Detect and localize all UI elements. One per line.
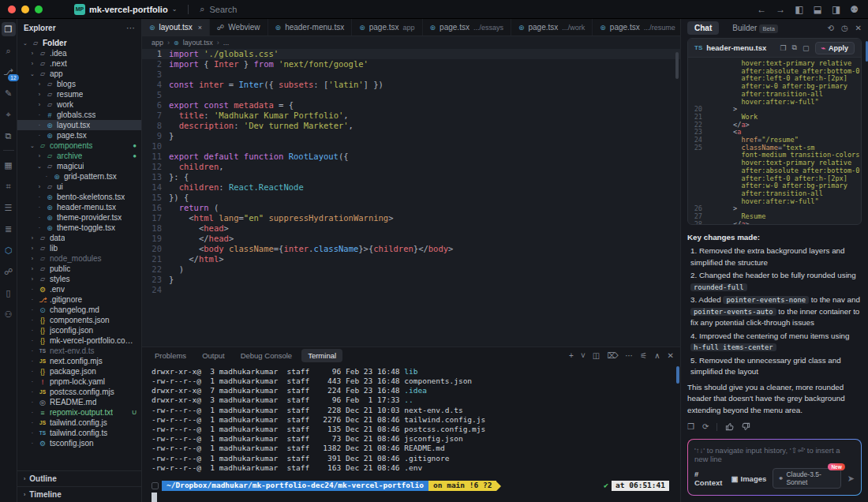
restore-checkpoint-icon[interactable]: ⟲ [827,24,833,32]
minimize-window-button[interactable] [21,6,29,13]
split-terminal-icon[interactable]: ◫ [593,351,600,360]
create-file-icon[interactable]: ▢ [803,44,810,52]
tree-item[interactable]: ·⊛theme-provider.tsx [17,212,141,223]
tree-item[interactable]: ›▱archive● [17,151,141,161]
editor-tab[interactable]: ⊛page.tsxapp [352,19,422,36]
tree-item[interactable]: ›▱styles [17,274,141,284]
devices-icon[interactable]: ▯ [2,286,16,300]
extensions-icon[interactable]: ▦ [2,158,16,172]
tree-item[interactable]: ›▱work [17,99,141,110]
editor-scrollbar[interactable] [675,52,679,79]
tree-item[interactable]: ·⊛page.tsx [17,130,141,140]
panel-tab-debug-console[interactable]: Debug Console [234,349,299,362]
tree-item[interactable]: ⌄▱magicui [17,161,141,171]
panel-tab-problems[interactable]: Problems [148,349,193,362]
new-terminal-icon[interactable]: + [569,351,574,360]
flow-icon[interactable]: ☍ [2,264,16,279]
chat-input[interactable]: '↑↓' to navigate input history, '⇧⏎' to … [687,439,862,496]
editor-tab[interactable]: ⊛header-menu.tsx [268,19,353,36]
tree-item[interactable]: ⌄▱Folder [17,38,141,48]
tree-item[interactable]: ·⊛grid-pattern.tsx [17,171,141,182]
insert-code-icon[interactable]: ⧉ [792,43,797,52]
toggle-right-panel-icon[interactable]: ◨ [832,4,840,15]
sidebar-section-timeline[interactable]: ›Timeline [17,486,141,502]
tree-item[interactable]: ›▱resume [17,89,141,99]
tree-item[interactable]: ·≡repomix-output.txtU [17,407,141,418]
thumbs-up-icon[interactable] [725,422,734,431]
tree-item[interactable]: ·!pnpm-lock.yaml [17,376,141,387]
tree-item[interactable]: ·JSpostcss.config.mjs [17,387,141,397]
send-button[interactable]: ➤ [847,474,855,484]
more-icon[interactable]: ⋯ [625,351,633,360]
debug-icon[interactable]: ⌖ [2,107,16,122]
thumbs-down-icon[interactable] [742,422,750,431]
tree-item[interactable]: ›▱ui [17,182,141,192]
tree-item[interactable]: ›▱.next [17,58,141,69]
close-chat-icon[interactable]: ✕ [855,24,862,32]
editor-tab[interactable]: ☍Webview [210,19,268,36]
terminal-output[interactable]: drwxr-xr-x@ 3 madhukarkumar staff 96 Feb… [142,365,680,502]
terminal-scrollbar[interactable] [676,366,679,384]
tree-item[interactable]: ·{}mk-vercel-portfolio.code-worksp... [17,335,141,346]
tree-item[interactable]: ·JSnext.config.mjs [17,356,141,366]
tree-item[interactable]: ·#globals.css [17,110,141,120]
tree-item[interactable]: ·⎇.gitignore [17,294,141,305]
tree-item[interactable]: ·JStailwind.config.js [17,418,141,428]
editor-tab[interactable]: ⊛page.tsx.../resume [593,19,683,36]
apply-button[interactable]: ⌁ Apply [815,42,855,54]
maximize-panel-icon[interactable]: ∧ [654,351,660,360]
tree-item[interactable]: ⌄▱components● [17,140,141,151]
zoom-window-button[interactable] [35,6,43,13]
panel-tab-terminal[interactable]: Terminal [301,349,342,362]
toggle-bottom-panel-icon[interactable]: ⬓ [814,4,822,15]
breadcrumb-part[interactable]: ... [223,39,230,47]
context-button[interactable]: # Context [694,470,725,487]
account-icon[interactable]: ⚉ [850,4,859,15]
tree-item[interactable]: ›▱node_modules [17,253,141,264]
search-icon[interactable]: ⌕ [2,43,16,58]
tree-item[interactable]: ›▱lib [17,243,141,253]
tree-item[interactable]: ·TStailwind.config.ts [17,428,141,438]
tree-item[interactable]: ·⊛layout.tsx [17,120,141,130]
copy-code-icon[interactable]: ❐ [780,44,787,52]
tree-item[interactable]: ·{}jsconfig.json [17,325,141,335]
source-control-icon[interactable]: ⎇12 [2,65,16,79]
editor-tab[interactable]: ⊛page.tsx.../essays [423,19,511,36]
model-selector[interactable]: ⚭ Claude-3.5-Sonnet New [773,468,841,489]
tree-item[interactable]: ·⊙changelog.md [17,305,141,315]
tree-item[interactable]: ›▱.idea [17,48,141,58]
tree-item[interactable]: ·⊛theme-toggle.tsx [17,223,141,233]
close-panel-icon[interactable]: ✕ [668,351,674,360]
close-tab-icon[interactable]: × [198,24,202,32]
breadcrumb-part[interactable]: app [152,39,163,47]
tree-item[interactable]: ⌄▱app [17,69,141,79]
back-icon[interactable]: ← [757,4,766,15]
tree-item[interactable]: ·TSnext-env.d.ts [17,346,141,356]
images-button[interactable]: ▣ Images [731,474,767,483]
tree-item[interactable]: ›▱public [17,264,141,274]
history-icon[interactable]: ◷ [841,24,848,32]
tree-item[interactable]: ›▱blogs [17,79,141,89]
forward-icon[interactable]: → [776,4,785,15]
tree-item[interactable]: ·⚙.env [17,284,141,294]
editor-tab[interactable]: ⊛layout.tsx× [142,19,210,36]
chat-tab-builder[interactable]: BuilderBeta [725,21,785,35]
regenerate-icon[interactable]: ⟳ [702,422,709,431]
tree-item[interactable]: ·⚙tsconfig.json [17,438,141,448]
explorer-icon[interactable]: ❐ [2,22,16,36]
close-window-button[interactable] [8,6,16,13]
remote-icon[interactable]: ✎ [2,86,16,100]
tree-item[interactable]: ·⊛header-menu.tsx [17,202,141,212]
code-editor[interactable]: 1import './globals.css'2import { Inter }… [142,49,680,347]
panel-layout-icon[interactable]: ⚟ [640,351,647,360]
editor-tab[interactable]: ⊛page.tsx.../work [511,19,593,36]
panel-tab-output[interactable]: Output [196,349,231,362]
explorer-more-icon[interactable]: ⋯ [126,23,135,33]
breadcrumb-part[interactable]: layout.tsx [183,39,213,47]
preview-icon[interactable]: ⧉ [2,129,16,143]
tree-item[interactable]: ·◎README.md [17,397,141,407]
global-search[interactable]: ⌕ Search [200,4,237,14]
live-preview-icon[interactable]: ⌗ [2,179,16,193]
sidebar-section-outline[interactable]: ›Outline [17,470,141,486]
terminal-dropdown-icon[interactable]: ˅ [581,351,586,360]
